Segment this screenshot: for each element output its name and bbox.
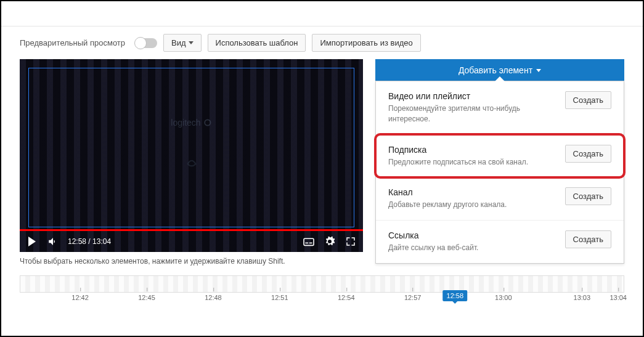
view-button[interactable]: Вид xyxy=(163,34,202,52)
timeline-track[interactable] xyxy=(20,275,624,293)
app-frame: Предварительный просмотр Вид Использоват… xyxy=(0,0,644,337)
toolbar: Предварительный просмотр Вид Использоват… xyxy=(1,26,643,59)
option-title: Канал xyxy=(388,187,555,197)
fullscreen-icon xyxy=(345,236,356,247)
time-display: 12:58 / 13:04 xyxy=(68,237,111,246)
video-column: logitech 12:58 / 13:04 xyxy=(20,59,363,266)
view-label: Вид xyxy=(171,38,186,47)
chevron-down-icon xyxy=(189,41,194,44)
safe-zone-overlay[interactable] xyxy=(28,68,354,227)
tick: 13:00 xyxy=(495,294,512,301)
option-link[interactable]: Ссылка Дайте ссылку на веб-сайт. Создать xyxy=(376,221,624,263)
add-element-label: Добавить элемент xyxy=(459,65,532,75)
play-button[interactable] xyxy=(26,235,38,248)
play-icon xyxy=(28,237,36,246)
preview-toggle[interactable] xyxy=(135,38,157,48)
add-element-dropdown: Видео или плейлист Порекомендуйте зрител… xyxy=(375,81,624,264)
ghost-logo-2 xyxy=(184,155,200,174)
option-channel[interactable]: Канал Добавьте рекламу другого канала. С… xyxy=(376,177,624,221)
playhead[interactable]: 12:58 xyxy=(443,290,468,301)
player-controls: 12:58 / 13:04 xyxy=(20,231,363,252)
volume-button[interactable] xyxy=(47,235,59,248)
subtitles-button[interactable] xyxy=(303,235,315,248)
tick: 13:04 xyxy=(609,294,627,301)
option-title: Подписка xyxy=(388,145,555,155)
svg-rect-1 xyxy=(304,238,314,245)
volume-icon xyxy=(47,236,59,247)
template-button[interactable]: Использовать шаблон xyxy=(208,34,306,52)
svg-point-0 xyxy=(205,120,210,125)
subtitles-icon xyxy=(303,237,315,246)
chevron-down-icon xyxy=(536,69,541,72)
option-video-playlist[interactable]: Видео или плейлист Порекомендуйте зрител… xyxy=(376,81,624,135)
tick: 13:03 xyxy=(574,294,591,301)
preview-label: Предварительный просмотр xyxy=(20,38,125,47)
create-button[interactable]: Создать xyxy=(565,91,611,109)
side-column: Добавить элемент Видео или плейлист Поре… xyxy=(375,59,624,266)
option-desc: Добавьте рекламу другого канала. xyxy=(388,200,555,210)
svg-rect-3 xyxy=(309,243,312,244)
gear-icon xyxy=(324,236,335,247)
main-area: logitech 12:58 / 13:04 xyxy=(1,59,643,266)
option-desc: Дайте ссылку на веб-сайт. xyxy=(388,243,555,253)
svg-rect-2 xyxy=(305,243,308,244)
timeline-section: 12:42 12:45 12:48 12:51 12:54 12:57 13:0… xyxy=(1,275,643,312)
option-desc: Предложите подписаться на свой канал. xyxy=(388,157,555,168)
tick: 12:48 xyxy=(205,294,222,301)
option-desc: Порекомендуйте зрителям что-нибудь интер… xyxy=(388,104,555,124)
ghost-logo: logitech xyxy=(171,118,211,128)
import-button[interactable]: Импортировать из видео xyxy=(312,34,420,52)
tick: 12:51 xyxy=(271,294,288,301)
tick: 12:57 xyxy=(404,294,422,301)
option-title: Видео или плейлист xyxy=(388,91,555,101)
tick: 12:54 xyxy=(338,294,355,301)
option-subscribe[interactable]: Подписка Предложите подписаться на свой … xyxy=(376,135,624,178)
create-button[interactable]: Создать xyxy=(565,187,611,205)
tick: 12:45 xyxy=(138,294,155,301)
settings-button[interactable] xyxy=(324,235,336,248)
hint-text: Чтобы выбрать несколько элементов, нажми… xyxy=(20,257,363,266)
tick: 12:42 xyxy=(71,294,89,301)
create-button[interactable]: Создать xyxy=(565,230,611,248)
logitech-icon xyxy=(203,118,212,127)
fullscreen-button[interactable] xyxy=(344,235,357,248)
option-title: Ссылка xyxy=(388,230,555,240)
timeline-ruler[interactable]: 12:42 12:45 12:48 12:51 12:54 12:57 13:0… xyxy=(20,294,624,312)
create-button[interactable]: Создать xyxy=(565,145,611,163)
video-player[interactable]: logitech 12:58 / 13:04 xyxy=(20,59,363,252)
